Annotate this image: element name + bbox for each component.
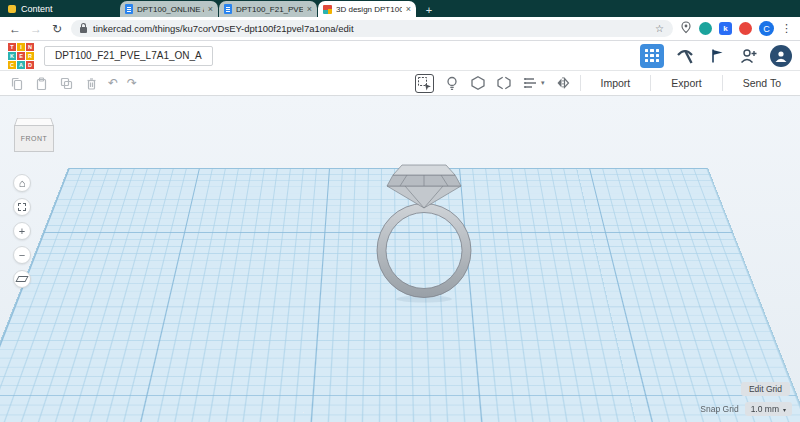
browser-tab-strip: Content DPT100_ONLINE & HYBRID - Go × DP… (0, 0, 800, 17)
profile-avatar[interactable]: C (759, 21, 774, 36)
url-bar[interactable]: tinkercad.com/things/ku7corVDsEY-dpt100f… (71, 20, 673, 37)
redo-button[interactable]: ↷ (127, 77, 137, 89)
ring-torus[interactable] (377, 204, 471, 298)
align-caret-icon[interactable]: ▾ (541, 79, 545, 87)
toolbar-divider (650, 75, 651, 91)
zoom-out-button[interactable]: − (13, 246, 31, 264)
url-text: tinkercad.com/things/ku7corVDsEY-dpt100f… (93, 23, 649, 34)
browser-tab-1[interactable]: DPT100_ONLINE & HYBRID - Go × (120, 1, 218, 17)
class-flag-icon[interactable] (706, 45, 728, 67)
account-avatar[interactable] (770, 45, 792, 67)
docs-favicon-icon (224, 4, 232, 14)
editor-toolbar: ↶ ↷ ▾ Import Export (0, 71, 800, 96)
tinkercad-favicon-icon (323, 5, 332, 14)
delete-icon[interactable] (83, 75, 99, 91)
tab-title: DPT100_ONLINE & HYBRID - Go (137, 5, 204, 14)
perspective-icon (15, 276, 28, 282)
zoom-in-button[interactable]: + (13, 222, 31, 240)
dashboard-tiles-button[interactable] (640, 44, 664, 68)
content-badge-icon (8, 5, 16, 13)
diamond-shape[interactable] (387, 165, 461, 208)
chevron-down-icon: ▾ (783, 406, 786, 413)
view-cube-front-face[interactable]: FRONT (14, 125, 54, 152)
export-button[interactable]: Export (660, 77, 712, 89)
import-button[interactable]: Import (590, 77, 642, 89)
snap-grid-label: Snap Grid (700, 404, 738, 414)
reload-button[interactable]: ↻ (50, 23, 64, 35)
view-cube[interactable]: FRONT (12, 112, 58, 160)
fit-view-icon (18, 203, 26, 211)
tab-close-icon[interactable]: × (208, 5, 213, 14)
tab-title: DPT100_F21_PVE_L7A1_ON.do (236, 5, 303, 14)
view-nav-column: ⌂ + − (13, 174, 31, 288)
docs-favicon-icon (125, 4, 133, 14)
tinkercad-header: TIN KER CAD DPT100_F21_PVE_L7A1_ON_A (0, 41, 800, 71)
select-tool-button[interactable] (415, 74, 434, 93)
tab-title: 3D design DPT100_F21_PVE_L7 (336, 5, 402, 14)
tinkercad-logo[interactable]: TIN KER CAD (8, 43, 34, 69)
ring-model[interactable] (355, 158, 495, 308)
tab-close-icon[interactable]: × (406, 5, 411, 14)
duplicate-icon[interactable] (58, 75, 74, 91)
group-button[interactable] (470, 75, 486, 91)
flip-mirror-button[interactable] (555, 75, 571, 91)
toolbar-divider (580, 75, 581, 91)
system-content-label: Content (0, 0, 120, 17)
extension-icon-2[interactable] (739, 22, 752, 35)
back-button[interactable]: ← (8, 23, 22, 35)
invite-person-icon[interactable] (738, 45, 760, 67)
send-to-button[interactable]: Send To (732, 77, 792, 89)
ungroup-button[interactable] (496, 75, 512, 91)
snap-grid-value: 1.0 mm (751, 404, 779, 414)
design-name-field[interactable]: DPT100_F21_PVE_L7A1_ON_A (44, 46, 213, 66)
snap-grid-row: Snap Grid 1.0 mm ▾ (700, 402, 792, 416)
minecraft-pickaxe-icon[interactable] (674, 45, 696, 67)
extension-icon-1[interactable] (699, 22, 712, 35)
new-tab-button[interactable]: + (421, 2, 437, 17)
browser-toolbar: ← → ↻ tinkercad.com/things/ku7corVDsEY-d… (0, 17, 800, 41)
location-pin-icon[interactable] (680, 20, 692, 38)
viewport-canvas[interactable]: FRONT ⌂ + − Edit Grid Snap Grid 1.0 mm ▾ (0, 96, 800, 422)
fit-view-button[interactable] (13, 198, 31, 216)
browser-tab-2[interactable]: DPT100_F21_PVE_L7A1_ON.do × (219, 1, 317, 17)
extension-icon-kami[interactable]: k (719, 22, 732, 35)
toolbar-divider (722, 75, 723, 91)
system-content-text: Content (21, 4, 53, 14)
forward-button[interactable]: → (29, 23, 43, 35)
browser-tab-3-active[interactable]: 3D design DPT100_F21_PVE_L7 × (318, 1, 416, 17)
lightbulb-icon[interactable] (444, 75, 460, 91)
bookmark-star-icon[interactable]: ☆ (655, 24, 664, 34)
snap-grid-dropdown[interactable]: 1.0 mm ▾ (745, 402, 792, 416)
editor-tool-group: ▾ (415, 74, 571, 93)
align-button[interactable] (522, 75, 538, 91)
lock-icon (80, 27, 87, 33)
copy-icon[interactable] (8, 75, 24, 91)
undo-button[interactable]: ↶ (108, 77, 118, 89)
perspective-toggle-button[interactable] (13, 270, 31, 288)
home-view-button[interactable]: ⌂ (13, 174, 31, 192)
paste-icon[interactable] (33, 75, 49, 91)
edit-grid-button[interactable]: Edit Grid (741, 382, 790, 396)
screen: Content DPT100_ONLINE & HYBRID - Go × DP… (0, 0, 800, 422)
browser-menu-icon[interactable]: ⋮ (781, 23, 792, 34)
tab-close-icon[interactable]: × (307, 5, 312, 14)
